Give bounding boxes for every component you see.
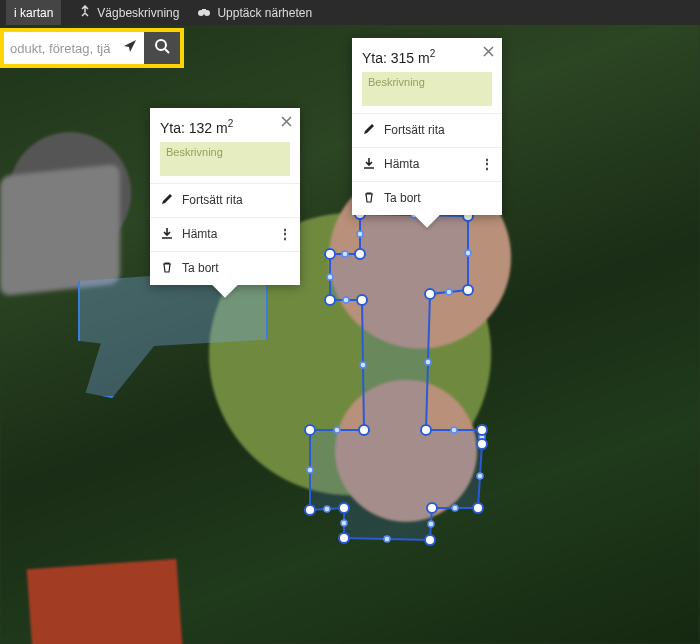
more-menu-button[interactable]: ⋮ xyxy=(279,227,290,241)
area-unit-exp: 2 xyxy=(228,118,234,129)
red-roof-building xyxy=(27,559,184,644)
delete-label: Ta bort xyxy=(182,261,219,275)
continue-draw-label: Fortsätt rita xyxy=(182,193,243,207)
download-icon xyxy=(160,227,174,242)
close-button[interactable] xyxy=(281,116,292,130)
nav-tab-map-label: i kartan xyxy=(14,6,53,20)
download-label: Hämta xyxy=(384,157,419,171)
kebab-icon: ⋮ xyxy=(279,227,290,241)
search-bar xyxy=(0,28,184,68)
area-unit: m xyxy=(418,50,430,66)
pencil-icon xyxy=(362,123,376,138)
close-button[interactable] xyxy=(483,46,494,60)
area-unit: m xyxy=(216,120,228,136)
download-row: Hämta ⋮ xyxy=(150,217,300,251)
download-label: Hämta xyxy=(182,227,217,241)
continue-draw-button[interactable]: Fortsätt rita xyxy=(150,183,300,217)
delete-label: Ta bort xyxy=(384,191,421,205)
nav-tab-discover[interactable]: Upptäck närheten xyxy=(197,6,312,20)
area-value: 132 xyxy=(189,120,212,136)
road-patch xyxy=(0,164,120,297)
area-title-prefix: Yta: xyxy=(160,120,189,136)
description-input[interactable] xyxy=(160,142,290,176)
area-popup-1: Yta: 132 m2 Fortsätt rita Hämta ⋮ xyxy=(150,108,300,285)
kebab-icon: ⋮ xyxy=(481,157,492,171)
continue-draw-label: Fortsätt rita xyxy=(384,123,445,137)
download-button[interactable]: Hämta xyxy=(362,157,419,172)
continue-draw-button[interactable]: Fortsätt rita xyxy=(352,113,502,147)
nav-tab-map[interactable]: i kartan xyxy=(6,0,61,25)
directions-icon xyxy=(79,5,91,20)
binoculars-icon xyxy=(197,6,211,20)
pencil-icon xyxy=(160,193,174,208)
download-row: Hämta ⋮ xyxy=(352,147,502,181)
search-icon xyxy=(154,38,170,58)
area-title: Yta: 132 m2 xyxy=(160,118,290,136)
area-unit-exp: 2 xyxy=(430,48,436,59)
area-popup-2: Yta: 315 m2 Fortsätt rita Hämta ⋮ xyxy=(352,38,502,215)
svg-rect-2 xyxy=(202,9,206,12)
area-title: Yta: 315 m2 xyxy=(362,48,492,66)
download-button[interactable]: Hämta xyxy=(160,227,217,242)
svg-line-4 xyxy=(165,49,169,53)
area-title-prefix: Yta: xyxy=(362,50,391,66)
nav-tab-directions[interactable]: Vägbeskrivning xyxy=(79,5,179,20)
top-nav: i kartan Vägbeskrivning Upptäck närheten xyxy=(0,0,700,25)
trash-icon xyxy=(362,191,376,206)
search-input[interactable] xyxy=(4,41,116,56)
download-icon xyxy=(362,157,376,172)
svg-point-3 xyxy=(156,40,166,50)
locate-me-button[interactable] xyxy=(116,32,144,64)
area-value: 315 xyxy=(391,50,414,66)
trash-icon xyxy=(160,261,174,276)
more-menu-button[interactable]: ⋮ xyxy=(481,157,492,171)
close-icon xyxy=(281,116,292,130)
search-button[interactable] xyxy=(144,32,180,64)
description-input[interactable] xyxy=(362,72,492,106)
close-icon xyxy=(483,46,494,60)
map-viewport[interactable]: i kartan Vägbeskrivning Upptäck närheten xyxy=(0,0,700,644)
nav-tab-directions-label: Vägbeskrivning xyxy=(97,6,179,20)
location-arrow-icon xyxy=(123,39,137,57)
nav-tab-discover-label: Upptäck närheten xyxy=(217,6,312,20)
